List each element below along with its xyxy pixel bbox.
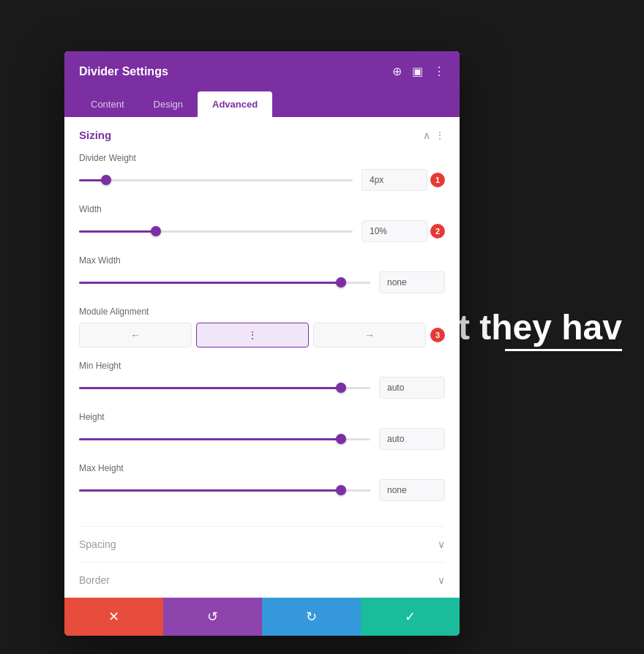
section-controls: ∧ ⋮ [423,129,445,141]
width-row: 2 [79,220,445,242]
section-more-icon[interactable]: ⋮ [435,129,445,141]
spacing-title: Spacing [79,538,116,550]
reset-button[interactable]: ↺ [163,598,262,636]
height-row [79,428,445,450]
max-width-row [79,271,445,293]
save-button[interactable]: ✓ [361,598,460,636]
more-icon[interactable]: ⋮ [433,64,445,78]
divider-weight-row: 1 [79,169,445,191]
border-title: Border [79,574,110,586]
field-width: Width 2 [79,204,445,242]
align-center-button[interactable]: ⋮ [196,323,309,347]
border-chevron-icon: ∨ [438,574,445,586]
slider-thumb[interactable] [336,383,346,393]
max-height-input[interactable] [379,479,445,501]
spacing-section[interactable]: Spacing ∨ [79,526,445,562]
tab-content[interactable]: Content [76,91,139,117]
sizing-section-header: Sizing ∧ ⋮ [79,129,445,141]
divider-weight-slider[interactable] [79,173,353,187]
field-module-alignment: Module Alignment ← ⋮ → 3 [79,307,445,347]
slider-track [79,230,353,233]
redo-button[interactable]: ↻ [262,598,361,636]
slider-fill [79,387,341,389]
width-label: Width [79,204,445,214]
max-width-input[interactable] [379,271,445,293]
min-height-input[interactable] [379,377,445,399]
min-height-row [79,377,445,399]
slider-fill [79,230,156,233]
panel-content: Sizing ∧ ⋮ Divider Weight 1 [64,117,460,598]
spacing-chevron-icon: ∨ [438,538,445,550]
panel-footer: ✕ ↺ ↻ ✓ [64,598,460,636]
slider-fill [79,282,341,284]
field-max-height: Max Height [79,463,445,501]
min-height-slider[interactable] [79,380,370,395]
columns-icon[interactable]: ▣ [412,64,423,78]
module-alignment-label: Module Alignment [79,307,445,317]
divider-weight-input[interactable] [362,169,427,191]
max-height-row [79,479,445,501]
slider-fill [79,438,341,440]
collapse-icon[interactable]: ∧ [423,129,430,141]
height-slider[interactable] [79,432,370,446]
align-left-button[interactable]: ← [79,323,192,347]
redo-icon: ↻ [306,609,317,625]
field-height: Height [79,412,445,450]
min-height-label: Min Height [79,361,445,371]
save-icon: ✓ [405,609,416,625]
height-label: Height [79,412,445,422]
height-input[interactable] [379,428,445,450]
max-width-label: Max Width [79,255,445,266]
panel-title: Divider Settings [79,65,168,78]
header-icons: ⊕ ▣ ⋮ [392,64,445,78]
slider-track [79,179,353,181]
tab-design[interactable]: Design [139,91,198,117]
section-title: Sizing [79,129,111,141]
divider-weight-value-group: 1 [362,169,445,191]
panel-header: Divider Settings ⊕ ▣ ⋮ [64,51,460,91]
max-height-label: Max Height [79,463,445,473]
content-spacer [79,514,445,526]
align-right-button[interactable]: → [313,323,426,347]
slider-fill [79,489,341,492]
slider-thumb[interactable] [336,485,346,495]
width-slider[interactable] [79,224,353,238]
divider-settings-panel: Divider Settings ⊕ ▣ ⋮ Content Design Ad… [64,51,460,636]
divider-weight-label: Divider Weight [79,153,445,163]
width-input[interactable] [362,220,427,242]
slider-track [79,282,370,284]
background-line [505,349,622,351]
width-value-group: 2 [362,220,445,242]
max-width-slider[interactable] [79,275,370,290]
slider-track [79,438,370,440]
badge-2: 2 [430,224,445,238]
cancel-icon: ✕ [108,609,119,625]
slider-thumb[interactable] [336,277,346,287]
field-min-height: Min Height [79,361,445,399]
field-max-width: Max Width [79,255,445,293]
field-divider-weight: Divider Weight 1 [79,153,445,191]
target-icon[interactable]: ⊕ [392,64,402,78]
tabs: Content Design Advanced [64,91,460,117]
max-height-slider[interactable] [79,483,370,497]
slider-thumb[interactable] [101,175,111,185]
slider-thumb[interactable] [336,434,346,444]
slider-track [79,387,370,389]
reset-icon: ↺ [207,609,218,625]
badge-1: 1 [430,173,445,187]
alignment-buttons: ← ⋮ → [79,323,426,347]
cancel-button[interactable]: ✕ [64,598,163,636]
slider-thumb[interactable] [151,226,161,236]
tab-advanced[interactable]: Advanced [198,91,272,117]
border-section[interactable]: Border ∨ [79,562,445,598]
slider-track [79,489,370,492]
badge-3: 3 [430,328,445,342]
